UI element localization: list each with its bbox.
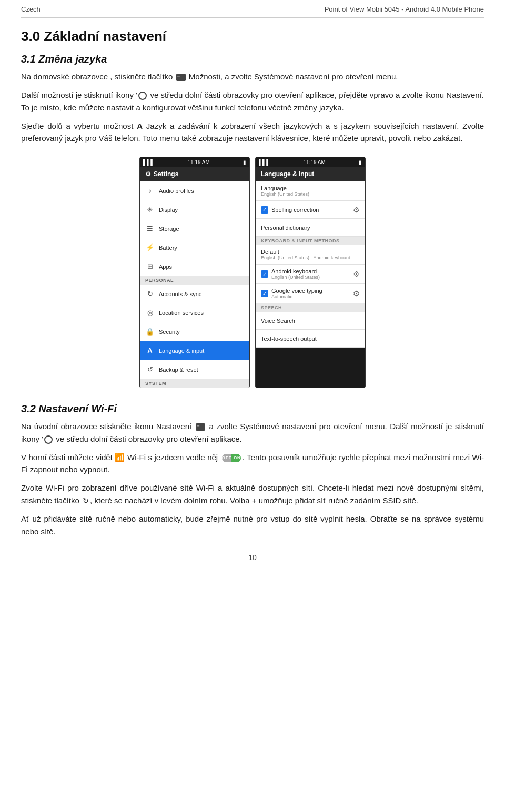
status-bar-1: ▌▌▌ 11:19 AM ▮ bbox=[140, 157, 249, 167]
settings-list: ♪ Audio profiles ☀ Display ☰ Storage ⚡ B… bbox=[140, 181, 249, 388]
settings-title-bar: ⚙ Settings bbox=[140, 167, 249, 181]
section2-title: 3.2 Nastavení Wi-Fi bbox=[21, 403, 484, 415]
apps-icon bbox=[138, 92, 147, 100]
language-icon: A bbox=[145, 347, 155, 354]
google-voice-checkbox[interactable]: ✓ bbox=[261, 290, 268, 297]
spelling-checkbox[interactable]: ✓ bbox=[261, 206, 268, 214]
list-item[interactable]: ☀ Display bbox=[140, 200, 249, 219]
signal-strength-2: ▌▌▌ bbox=[259, 159, 270, 165]
list-item[interactable]: ♪ Audio profiles bbox=[140, 181, 249, 200]
time-1: 11:19 AM bbox=[188, 159, 210, 165]
android-keyboard-item[interactable]: ✓ Android keyboard English (United State… bbox=[256, 265, 365, 284]
lang-list: Language English (United States) ✓ Spell… bbox=[256, 181, 365, 348]
default-keyboard-item[interactable]: Default English (United States) - Androi… bbox=[256, 245, 365, 265]
settings-title-text: Settings bbox=[154, 170, 178, 178]
keyboard-section-header: KEYBOARD & INPUT METHODS bbox=[256, 237, 365, 245]
para-1: Na domovské obrazovce , stiskněte tlačít… bbox=[21, 70, 484, 83]
apps-icon-item: ⊞ bbox=[145, 262, 155, 270]
menu-icon bbox=[176, 74, 186, 81]
default-label: Default bbox=[261, 249, 360, 255]
sync-icon: ↻ bbox=[145, 290, 155, 298]
tts-item[interactable]: Text-to-speech output bbox=[256, 330, 365, 348]
list-item[interactable]: ☰ Storage bbox=[140, 219, 249, 238]
android-keyboard-checkbox[interactable]: ✓ bbox=[261, 270, 268, 278]
screenshot-language: ▌▌▌ 11:19 AM ▮ Language & input Language… bbox=[255, 157, 366, 388]
screenshot-settings: ▌▌▌ 11:19 AM ▮ ⚙ Settings ♪ Audio profil… bbox=[139, 157, 250, 388]
google-voice-settings-icon[interactable]: ⚙ bbox=[353, 289, 360, 298]
language-label: Language bbox=[261, 185, 360, 191]
refresh-inline-icon: ↻ bbox=[83, 495, 89, 507]
section2-para4: Ať už přidáváte sítě ručně nebo automati… bbox=[21, 513, 484, 537]
personal-dict-label: Personal dictionary bbox=[261, 225, 360, 231]
spelling-settings-icon[interactable]: ⚙ bbox=[353, 206, 360, 214]
toggle-icon: OFF ON bbox=[222, 454, 241, 462]
settings-inline-icon bbox=[196, 423, 205, 431]
system-section-header: SYSTEM bbox=[140, 379, 249, 388]
voice-search-label: Voice Search bbox=[261, 318, 360, 324]
audio-icon: ♪ bbox=[145, 187, 155, 195]
battery-icon-2: ▮ bbox=[359, 159, 362, 165]
google-voice-typing-item[interactable]: ✓ Google voice typing Automatic ⚙ bbox=[256, 284, 365, 303]
section1-title: 3.0 Základní nastavení bbox=[21, 28, 484, 45]
display-icon: ☀ bbox=[145, 206, 155, 214]
location-icon: ◎ bbox=[145, 309, 155, 317]
list-item[interactable]: ⚡ Battery bbox=[140, 238, 249, 257]
wifi-inline-icon: 📶 bbox=[115, 453, 125, 462]
tts-label: Text-to-speech output bbox=[261, 336, 360, 342]
backup-icon: ↺ bbox=[145, 366, 155, 373]
para-3: Sjeďte dolů a vybertu možnost A Jazyk a … bbox=[21, 120, 484, 145]
default-sub: English (United States) - Android keyboa… bbox=[261, 255, 360, 260]
security-icon: 🔒 bbox=[145, 328, 155, 336]
personal-dict-item[interactable]: Personal dictionary bbox=[256, 219, 365, 237]
language-item[interactable]: Language English (United States) bbox=[256, 181, 365, 201]
apps-inline-icon bbox=[44, 435, 53, 444]
time-2: 11:19 AM bbox=[304, 159, 326, 165]
battery-icon-item: ⚡ bbox=[145, 243, 155, 251]
google-voice-label: Google voice typing bbox=[271, 288, 353, 294]
signal-strength: ▌▌▌ bbox=[143, 159, 154, 165]
spelling-item[interactable]: ✓ Spelling correction ⚙ bbox=[256, 201, 365, 219]
spelling-label: Spelling correction bbox=[271, 207, 353, 213]
lang-title-text: Language & input bbox=[261, 170, 314, 178]
header-right: Point of View Mobii 5045 - Android 4.0 M… bbox=[325, 5, 484, 13]
android-keyboard-settings-icon[interactable]: ⚙ bbox=[353, 270, 360, 278]
header-left: Czech bbox=[21, 5, 41, 13]
storage-icon: ☰ bbox=[145, 225, 155, 232]
page-header: Czech Point of View Mobii 5045 - Android… bbox=[21, 0, 484, 18]
para-2: Další možností je stisknutí ikony ' ve s… bbox=[21, 89, 484, 114]
screenshots-row: ▌▌▌ 11:19 AM ▮ ⚙ Settings ♪ Audio profil… bbox=[21, 157, 484, 388]
language-sub: English (United States) bbox=[261, 191, 360, 197]
lang-title-bar: Language & input bbox=[256, 167, 365, 181]
status-bar-2: ▌▌▌ 11:19 AM ▮ bbox=[256, 157, 365, 167]
list-item[interactable]: 🔒 Security bbox=[140, 322, 249, 341]
battery-icon: ▮ bbox=[243, 159, 246, 165]
list-item[interactable]: ⊞ Apps bbox=[140, 257, 249, 276]
section2-para3: Zvolte Wi-Fi pro zobrazení dříve používa… bbox=[21, 482, 484, 506]
list-item[interactable]: ◎ Location services bbox=[140, 303, 249, 322]
list-item-active[interactable]: A Language & input bbox=[140, 341, 249, 360]
settings-title-icon: ⚙ bbox=[145, 170, 151, 178]
android-keyboard-sub: English (United States) bbox=[271, 275, 353, 280]
voice-search-item[interactable]: Voice Search bbox=[256, 312, 365, 330]
speech-section-header: SPEECH bbox=[256, 303, 365, 312]
personal-section-header: PERSONAL bbox=[140, 276, 249, 285]
page-number: 10 bbox=[21, 553, 484, 562]
list-item[interactable]: ↺ Backup & reset bbox=[140, 360, 249, 379]
section2-para2: V horní části můžete vidět 📶 Wi-Fi s jez… bbox=[21, 451, 484, 476]
list-item[interactable]: ↻ Accounts & sync bbox=[140, 285, 249, 303]
subsection1-title: 3.1 Změna jazyka bbox=[21, 53, 484, 65]
android-keyboard-label: Android keyboard bbox=[271, 268, 353, 275]
section2-para1: Na úvodní obrazovce stiskněte ikonu Nast… bbox=[21, 420, 484, 445]
google-voice-sub: Automatic bbox=[271, 294, 353, 299]
